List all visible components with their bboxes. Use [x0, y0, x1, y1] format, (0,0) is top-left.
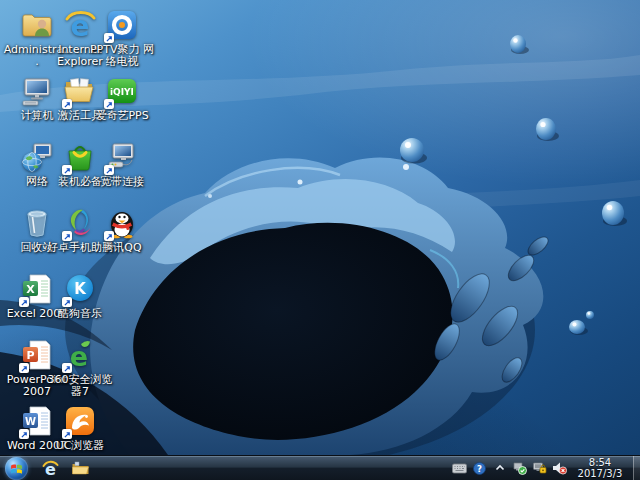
- qq-penguin-icon: [105, 206, 139, 240]
- volume-muted-tray-icon[interactable]: [552, 461, 567, 476]
- windows-explorer-folder-icon: [71, 459, 90, 478]
- browser-360-e-icon: e: [63, 338, 97, 372]
- shortcut-arrow-icon: [62, 363, 72, 373]
- show-desktop-button[interactable]: [633, 456, 640, 480]
- svg-text:P: P: [26, 349, 34, 362]
- desktop-icon-uc-browser[interactable]: UC浏览器: [46, 404, 114, 452]
- shortcut-arrow-icon: [62, 231, 72, 241]
- desktop-icon-kugou-music[interactable]: K 酷狗音乐: [46, 272, 114, 320]
- clock-date: 2017/3/3: [576, 468, 624, 479]
- desktop-icon-iqiyi-pps[interactable]: iQIYI 爱奇艺PPS: [88, 74, 156, 122]
- uc-browser-icon: [63, 404, 97, 438]
- svg-text:iQIYI: iQIYI: [110, 87, 134, 97]
- shortcut-arrow-icon: [19, 429, 29, 439]
- taskbar-internet-explorer-button[interactable]: e: [35, 457, 65, 480]
- system-tray: ? 8:54 2017/3/3: [452, 456, 640, 480]
- svg-text:K: K: [74, 280, 87, 298]
- desktop-icon-label: UC浏览器: [56, 440, 105, 452]
- desktop-icon-broadband[interactable]: 宽带连接: [88, 140, 156, 188]
- shortcut-arrow-icon: [104, 99, 114, 109]
- desktop-icon-label: 宽带连接: [100, 176, 144, 188]
- shortcut-arrow-icon: [104, 165, 114, 175]
- shortcut-arrow-icon: [104, 33, 114, 43]
- shortcut-arrow-icon: [19, 363, 29, 373]
- taskbar-windows-explorer-button[interactable]: [65, 457, 95, 480]
- svg-text:W: W: [25, 416, 36, 427]
- svg-text:?: ?: [477, 463, 482, 473]
- shortcut-arrow-icon: [62, 165, 72, 175]
- internet-explorer-icon: e: [41, 459, 60, 478]
- desktop-icon-tencent-qq[interactable]: 腾讯QQ: [88, 206, 156, 254]
- desktop-icon-label: 腾讯QQ: [102, 242, 141, 254]
- network-warning-lock-tray-icon[interactable]: [532, 461, 547, 476]
- shortcut-arrow-icon: [104, 231, 114, 241]
- shortcut-arrow-icon: [19, 297, 29, 307]
- svg-text:X: X: [26, 283, 35, 296]
- clock-time: 8:54: [576, 457, 624, 468]
- desktop-icon-360-browser[interactable]: e 360安全浏览器7: [46, 338, 114, 398]
- show-hidden-icons-caret[interactable]: [492, 461, 507, 476]
- desktop-icon-label: 酷狗音乐: [58, 308, 102, 320]
- desktop[interactable]: Administra... e Internet Explorer PPTV聚力…: [0, 0, 640, 455]
- pptv-icon: [105, 8, 139, 42]
- taskbar: e ? 8:54 201: [0, 455, 640, 480]
- desktop-icon-label: 爱奇艺PPS: [95, 110, 148, 122]
- shortcut-arrow-icon: [62, 99, 72, 109]
- windows-desktop-screen: Administra... e Internet Explorer PPTV聚力…: [0, 0, 640, 480]
- taskbar-clock[interactable]: 8:54 2017/3/3: [576, 457, 624, 479]
- windows-flag-icon: [10, 462, 23, 475]
- input-keyboard-tray-icon[interactable]: [452, 461, 467, 476]
- desktop-icon-label: 网络: [26, 176, 48, 188]
- shortcut-arrow-icon: [62, 297, 72, 307]
- desktop-icon-label: PPTV聚力 网络电视: [88, 44, 156, 68]
- broadband-connection-icon: [105, 140, 139, 174]
- device-ok-check-tray-icon[interactable]: [512, 461, 527, 476]
- iqiyi-icon: iQIYI: [105, 74, 139, 108]
- start-button[interactable]: [5, 457, 28, 480]
- desktop-icon-pptv[interactable]: PPTV聚力 网络电视: [88, 8, 156, 68]
- kugou-k-icon: K: [63, 272, 97, 306]
- shortcut-arrow-icon: [62, 429, 72, 439]
- help-question-tray-icon[interactable]: ?: [472, 461, 487, 476]
- desktop-icon-label: 360安全浏览器7: [46, 374, 114, 398]
